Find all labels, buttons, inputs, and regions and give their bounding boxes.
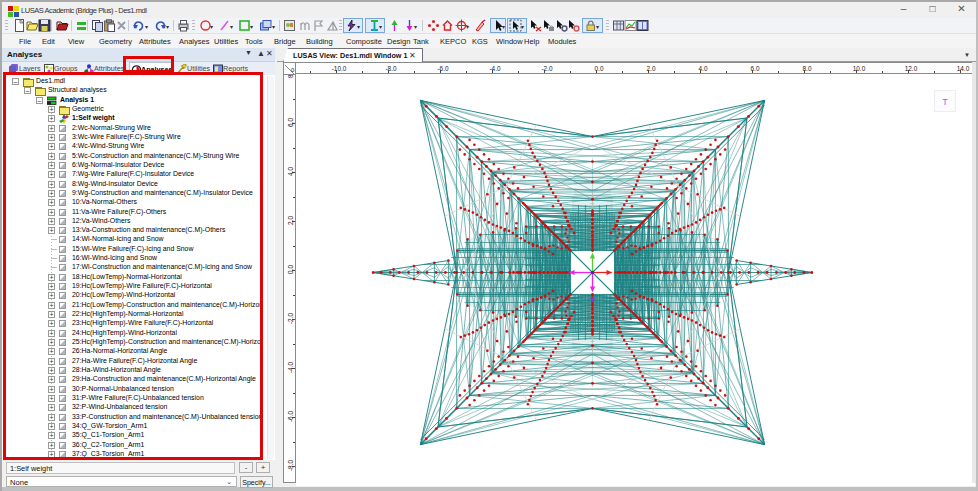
svg-text:0: 0 [291,67,295,73]
